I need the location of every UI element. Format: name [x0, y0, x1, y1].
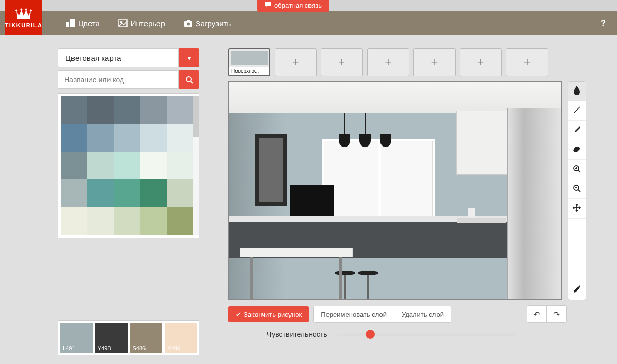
- selected-swatch-Y406[interactable]: Y406: [165, 323, 197, 353]
- tool-zoom-out[interactable]: [568, 179, 586, 199]
- tool-line[interactable]: [568, 101, 586, 121]
- tool-eyedropper[interactable]: [568, 280, 586, 300]
- crown-icon: [14, 7, 33, 21]
- swatch-5[interactable]: [61, 124, 87, 152]
- plus-icon: +: [478, 56, 484, 69]
- canvas-preview[interactable]: [228, 81, 562, 300]
- brand-logo[interactable]: TIKKURILA: [5, 0, 42, 35]
- selected-swatch-S486[interactable]: S486: [130, 323, 162, 353]
- svg-rect-9: [187, 20, 190, 22]
- feedback-label: обратная связь: [274, 2, 322, 9]
- surface-tab-1[interactable]: Поверхно...: [228, 48, 270, 76]
- eyedropper-icon: [573, 285, 581, 295]
- brush-icon: [573, 125, 581, 136]
- move-icon: [573, 204, 581, 214]
- surface-add-3[interactable]: +: [321, 48, 363, 76]
- swatch-scrollbar[interactable]: [193, 96, 199, 235]
- dropdown-toggle[interactable]: ▼: [179, 48, 199, 67]
- rename-layer-button[interactable]: Переименовать слой: [314, 306, 394, 322]
- swatch-3[interactable]: [140, 96, 166, 124]
- swatch-0[interactable]: [61, 96, 87, 124]
- swatch-10[interactable]: [61, 152, 87, 179]
- surface-add-4[interactable]: +: [367, 48, 409, 76]
- svg-line-15: [578, 170, 580, 172]
- svg-line-13: [574, 107, 580, 113]
- help-button[interactable]: ?: [594, 19, 612, 28]
- swatch-8[interactable]: [140, 124, 166, 152]
- nav-colors[interactable]: Цвета: [57, 11, 109, 35]
- swatch-22[interactable]: [114, 207, 140, 235]
- swatch-21[interactable]: [87, 207, 113, 235]
- selected-swatch-L491[interactable]: L491: [60, 323, 93, 353]
- selected-colors-panel: L491Y498S486Y406: [58, 320, 199, 355]
- svg-line-12: [191, 81, 193, 83]
- plus-icon: +: [431, 56, 438, 69]
- tool-eraser[interactable]: [568, 140, 586, 160]
- swatch-23[interactable]: [140, 207, 166, 235]
- drop-icon: [573, 86, 580, 97]
- eraser-icon: [573, 145, 581, 155]
- surface-tabs: Поверхно... + + + + + +: [228, 48, 586, 76]
- finish-label: Закончить рисунок: [244, 311, 302, 318]
- swatch-19[interactable]: [167, 179, 193, 207]
- swatch-17[interactable]: [114, 179, 140, 207]
- selected-swatch-code: L491: [63, 345, 75, 351]
- svg-line-19: [578, 190, 580, 192]
- surface-thumb: [231, 51, 268, 65]
- swatch-24[interactable]: [167, 207, 193, 235]
- slider-thumb[interactable]: [366, 330, 375, 339]
- selected-swatch-code: Y406: [167, 345, 180, 351]
- surface-add-2[interactable]: +: [275, 48, 317, 76]
- swatch-12[interactable]: [114, 152, 140, 179]
- swatch-16[interactable]: [87, 179, 113, 207]
- camera-icon: [184, 20, 193, 27]
- nav-upload[interactable]: Загрузить: [174, 11, 241, 35]
- swatch-6[interactable]: [87, 124, 113, 152]
- tool-zoom-in[interactable]: [568, 160, 586, 179]
- svg-rect-5: [70, 19, 75, 27]
- delete-layer-button[interactable]: Удалить слой: [394, 306, 451, 322]
- plus-icon: +: [524, 56, 531, 69]
- brand-name: TIKKURILA: [5, 22, 43, 28]
- tool-move[interactable]: [568, 199, 586, 219]
- plus-icon: +: [385, 56, 392, 69]
- swatch-1[interactable]: [87, 96, 113, 124]
- tool-brush[interactable]: [568, 121, 586, 140]
- selected-swatch-Y498[interactable]: Y498: [95, 323, 128, 353]
- top-strip: обратная связь: [0, 0, 617, 11]
- swatch-11[interactable]: [87, 152, 113, 179]
- swatch-20[interactable]: [61, 207, 87, 235]
- search-input[interactable]: [58, 70, 179, 89]
- nav-interior[interactable]: Интерьер: [109, 11, 174, 35]
- scroll-thumb[interactable]: [193, 96, 199, 137]
- feedback-button[interactable]: обратная связь: [257, 0, 329, 12]
- line-icon: [573, 106, 581, 116]
- image-icon: [118, 19, 128, 27]
- swatch-18[interactable]: [140, 179, 166, 207]
- finish-drawing-button[interactable]: ✔ Закончить рисунок: [228, 306, 309, 322]
- search-button[interactable]: [179, 70, 199, 89]
- tool-fill[interactable]: [568, 82, 586, 101]
- redo-button[interactable]: ↷: [547, 306, 566, 322]
- swatch-2[interactable]: [114, 96, 140, 124]
- swatch-4[interactable]: [167, 96, 193, 124]
- color-map-dropdown[interactable]: Цветовая карта: [58, 48, 179, 67]
- plus-icon: +: [293, 56, 299, 69]
- svg-point-0: [15, 9, 17, 11]
- swatch-13[interactable]: [140, 152, 166, 179]
- sensitivity-slider[interactable]: [337, 333, 517, 336]
- palette-icon: [66, 19, 75, 27]
- swatch-9[interactable]: [167, 124, 193, 152]
- nav-colors-label: Цвета: [78, 19, 100, 28]
- swatch-7[interactable]: [114, 124, 140, 152]
- swatch-15[interactable]: [61, 179, 87, 207]
- swatch-14[interactable]: [167, 152, 193, 179]
- selected-swatch-code: S486: [133, 345, 146, 351]
- zoom-in-icon: [573, 165, 581, 175]
- surface-add-5[interactable]: +: [413, 48, 456, 76]
- svg-point-3: [30, 9, 32, 11]
- undo-icon: ↶: [533, 310, 540, 319]
- undo-button[interactable]: ↶: [527, 306, 547, 322]
- surface-add-6[interactable]: +: [460, 48, 502, 76]
- surface-add-7[interactable]: +: [506, 48, 548, 76]
